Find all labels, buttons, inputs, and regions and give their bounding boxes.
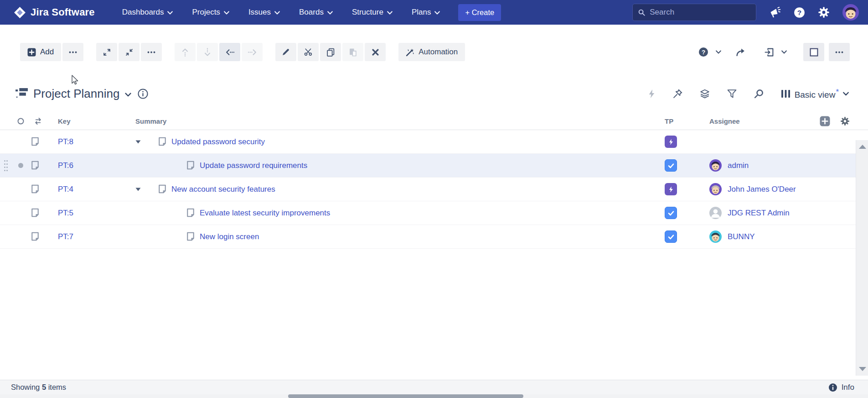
filter-funnel-icon[interactable] [727, 89, 737, 99]
horizontal-scroll-thumb[interactable] [288, 394, 523, 398]
create-button[interactable]: + Create [458, 4, 501, 21]
nav-menu-dashboards[interactable]: Dashboards [122, 8, 173, 17]
issue-summary-link[interactable]: New login screen [200, 232, 259, 241]
column-header-key[interactable]: Key [48, 117, 131, 125]
issue-key-link[interactable]: PT:4 [58, 185, 73, 194]
help-icon[interactable] [794, 7, 805, 18]
chevron-down-icon[interactable] [781, 50, 787, 54]
issue-doc-icon[interactable] [30, 208, 40, 218]
search-input[interactable] [650, 8, 750, 17]
export-button[interactable] [761, 43, 777, 61]
nav-menu-boards[interactable]: Boards [299, 8, 333, 17]
issue-summary-link[interactable]: Evaluate latest security improvements [200, 209, 330, 218]
expand-more-button[interactable] [141, 43, 162, 61]
horizontal-scrollbar[interactable] [0, 394, 868, 398]
issue-summary-link[interactable]: Update password requirements [200, 161, 307, 170]
add-more-button[interactable] [62, 43, 83, 61]
share-button[interactable] [733, 43, 749, 61]
sync-arrows-icon[interactable] [34, 117, 42, 125]
tp-story-badge[interactable] [665, 136, 677, 148]
fullscreen-button[interactable] [803, 43, 824, 61]
view-modified-marker: * [836, 88, 839, 96]
row-gutter [0, 178, 48, 201]
indent-button[interactable] [242, 43, 263, 61]
search-items-icon[interactable] [754, 89, 764, 99]
vertical-scrollbar[interactable] [856, 140, 868, 376]
issue-key-link[interactable]: PT:8 [58, 137, 73, 146]
square-outline-icon [810, 48, 818, 57]
column-header-summary[interactable]: Summary [131, 117, 660, 125]
info-button[interactable]: Info [828, 383, 854, 392]
issue-key-link[interactable]: PT:6 [58, 161, 73, 170]
tp-story-badge[interactable] [665, 183, 677, 195]
collapse-triangle-icon[interactable] [135, 140, 141, 144]
issue-summary-link[interactable]: New account security features [171, 185, 275, 194]
table-row[interactable]: PT:8 Updated password security [0, 130, 868, 154]
column-header-tp[interactable]: TP [660, 117, 705, 125]
chevron-down-icon [843, 92, 849, 96]
edit-button[interactable] [275, 43, 296, 61]
quick-transform-lightning-icon[interactable] [648, 89, 656, 99]
tp-done-checkbox[interactable] [665, 159, 677, 172]
nav-menu-issues[interactable]: Issues [248, 8, 280, 17]
tp-done-checkbox[interactable] [665, 230, 677, 243]
automation-button[interactable]: Automation [398, 43, 465, 61]
issue-summary-link[interactable]: Updated password security [171, 137, 265, 147]
grid-header-row: Key Summary TP Assignee [0, 113, 868, 130]
chevron-down-icon [327, 11, 333, 15]
assignee-link[interactable]: JDG REST Admin [728, 209, 790, 218]
lightning-icon [667, 186, 675, 193]
nav-menu-projects[interactable]: Projects [192, 8, 229, 17]
tp-done-checkbox[interactable] [665, 207, 677, 219]
table-row[interactable]: PT:4 New account security features John … [0, 178, 868, 201]
structure-selector[interactable]: Project Planning [16, 87, 131, 101]
layers-group-icon[interactable] [700, 89, 710, 99]
drag-handle[interactable] [4, 160, 8, 172]
pin-icon[interactable] [673, 89, 682, 99]
issue-doc-icon[interactable] [30, 184, 40, 194]
issue-key-link[interactable]: PT:7 [58, 232, 73, 241]
status-circle-icon[interactable] [17, 118, 24, 125]
move-up-button[interactable] [175, 43, 196, 61]
collapse-triangle-icon[interactable] [135, 188, 141, 191]
settings-gear-icon[interactable] [818, 6, 830, 18]
assignee-link[interactable]: John James O'Deer [728, 185, 796, 194]
table-row[interactable]: PT:5 Evaluate latest security improvemen… [0, 201, 868, 225]
announcements-megaphone-icon[interactable] [769, 7, 781, 18]
assignee-link[interactable]: admin [728, 161, 749, 170]
delete-button[interactable] [365, 43, 386, 61]
outdent-button[interactable] [219, 43, 240, 61]
issue-key-link[interactable]: PT:5 [58, 209, 73, 217]
nav-menu-structure[interactable]: Structure [352, 8, 393, 17]
grid-settings-gear-icon[interactable] [840, 116, 850, 126]
scroll-up-arrow[interactable] [859, 145, 866, 149]
table-row-selected[interactable]: PT:6 Update password requirements admin [0, 154, 868, 178]
info-icon[interactable] [138, 89, 148, 99]
copy-button[interactable] [320, 43, 341, 61]
toolbar-help-button[interactable] [696, 43, 711, 61]
jira-logo[interactable]: Jira Software [14, 6, 95, 19]
user-avatar[interactable] [842, 4, 859, 21]
view-switcher[interactable]: Basic view* [781, 88, 849, 100]
delete-x-icon [372, 49, 379, 56]
issue-doc-icon[interactable] [30, 137, 40, 147]
issue-doc-icon[interactable] [30, 232, 40, 242]
issue-doc-icon[interactable] [30, 161, 40, 171]
move-down-button[interactable] [197, 43, 218, 61]
assignee-link[interactable]: BUNNY [728, 232, 755, 241]
expand-all-button[interactable] [96, 43, 117, 61]
chevron-down-icon[interactable] [716, 50, 721, 54]
nav-menu-plans[interactable]: Plans [412, 8, 440, 17]
add-column-button[interactable] [820, 116, 830, 126]
collapse-all-button[interactable] [119, 43, 140, 61]
cut-button[interactable] [298, 43, 319, 61]
table-row[interactable]: PT:7 New login screen BUNNY [0, 225, 868, 249]
add-button[interactable]: Add [20, 43, 61, 61]
paste-button[interactable] [342, 43, 363, 61]
expand-icon [103, 48, 111, 56]
search-box[interactable] [632, 4, 756, 21]
nav-menu-label: Boards [299, 8, 324, 17]
toolbar-more-button[interactable] [829, 43, 850, 61]
help-circle-icon [698, 47, 708, 57]
scroll-down-arrow[interactable] [859, 367, 866, 371]
